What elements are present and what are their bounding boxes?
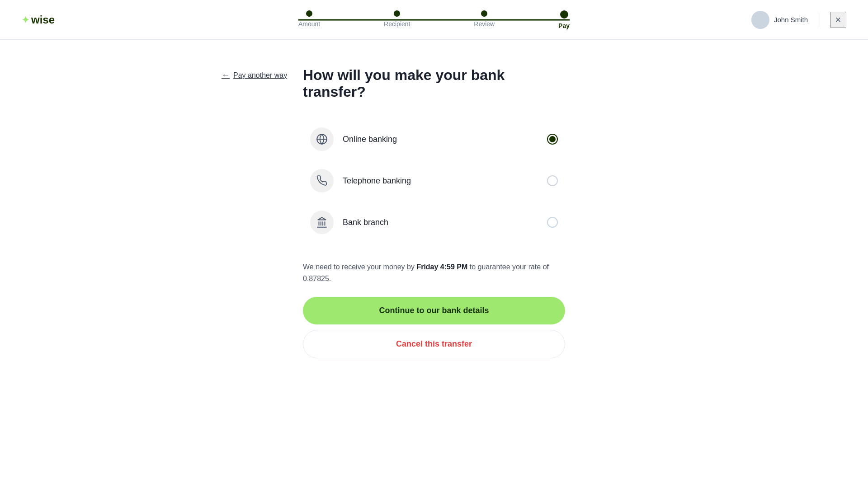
telephone-banking-radio[interactable] [547,175,558,186]
progress-steps: Amount Recipient Review Pay [298,10,570,29]
content-wrapper: ← Pay another way How will you make your… [303,67,565,358]
svg-marker-7 [318,217,326,220]
page-title: How will you make your bank transfer? [303,67,565,100]
avatar [751,11,769,29]
telephone-banking-icon-wrap [310,169,334,192]
notice-text: We need to receive your money by Friday … [303,261,565,284]
back-arrow-icon: ← [222,70,230,80]
step-dot-pay [560,10,568,19]
header-right: John Smith × [751,11,846,29]
notice-prefix: We need to receive your money by [303,263,416,271]
step-pay: Pay [558,10,570,29]
header: ✦ wise Amount Recipient Review [0,0,868,40]
vertical-divider [819,13,819,27]
logo-icon: ✦ [22,14,29,25]
step-dot-amount [306,10,312,17]
option-bank-branch[interactable]: Bank branch [303,202,565,243]
globe-icon [316,133,328,145]
bank-branch-icon-wrap [310,211,334,234]
back-link-label: Pay another way [233,71,287,80]
option-online-banking[interactable]: Online banking [303,118,565,160]
continue-button[interactable]: Continue to our bank details [303,297,565,324]
bank-branch-radio[interactable] [547,217,558,228]
back-link[interactable]: ← Pay another way [222,70,287,80]
online-banking-label: Online banking [343,135,547,144]
step-label-pay: Pay [558,22,570,29]
step-review: Review [474,10,495,29]
bank-icon [316,216,328,228]
user-name: John Smith [774,16,808,23]
options-list: Online banking Telephone banking [303,118,565,243]
step-dot-review [481,10,487,17]
radio-inner-filled [549,136,556,142]
online-banking-radio[interactable] [547,134,558,145]
telephone-banking-label: Telephone banking [343,176,547,186]
phone-icon [316,175,327,186]
user-info: John Smith [751,11,808,29]
cancel-button[interactable]: Cancel this transfer [303,330,565,358]
step-label-review: Review [474,20,495,28]
online-banking-icon-wrap [310,127,334,151]
step-label-recipient: Recipient [384,20,410,28]
notice-deadline: Friday 4:59 PM [416,263,467,271]
wise-logo[interactable]: ✦ wise [22,14,55,26]
progress-nav: Amount Recipient Review Pay [298,10,570,29]
step-dot-recipient [394,10,400,17]
logo-text: wise [31,14,55,26]
step-recipient: Recipient [384,10,410,29]
close-button[interactable]: × [830,12,846,28]
step-amount: Amount [298,10,320,29]
option-telephone-banking[interactable]: Telephone banking [303,160,565,202]
bank-branch-label: Bank branch [343,218,547,227]
main-content: ← Pay another way How will you make your… [0,40,868,380]
step-label-amount: Amount [298,20,320,28]
